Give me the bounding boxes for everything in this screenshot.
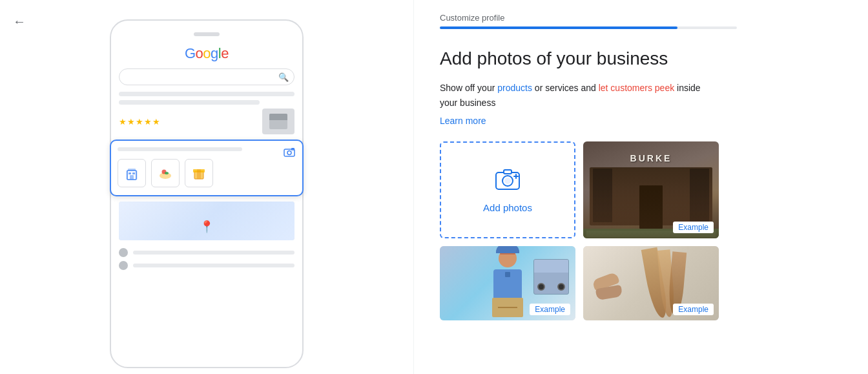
photo-card: + xyxy=(110,140,303,196)
svg-rect-21 xyxy=(504,170,512,174)
desc-or: or services and xyxy=(532,83,599,93)
desc-your-business: your business xyxy=(440,98,495,108)
example-badge-delivery: Example xyxy=(530,304,570,315)
info-row-clock xyxy=(119,248,294,257)
add-photos-label: Add photos xyxy=(483,202,532,213)
svg-rect-7 xyxy=(130,175,134,180)
info-line xyxy=(133,251,294,255)
back-button[interactable]: ← xyxy=(13,14,26,29)
svg-point-1 xyxy=(287,151,291,155)
info-row-phone xyxy=(119,261,294,270)
card-top-line xyxy=(118,147,242,151)
left-panel: ← Google 🔍 ★★★★★ xyxy=(0,0,413,374)
desc-products: products xyxy=(497,83,532,93)
camera-add-icon xyxy=(495,167,521,196)
example-burke-image: Example xyxy=(583,141,719,238)
phone-map: 📍 xyxy=(119,202,294,240)
phone-content-lines xyxy=(119,92,294,109)
store-icon xyxy=(262,109,294,134)
desc-show: Show off your xyxy=(440,83,497,93)
phone-info-rows xyxy=(119,245,294,273)
example-delivery-image: Example xyxy=(440,246,575,320)
clock-icon xyxy=(119,248,128,257)
svg-rect-8 xyxy=(129,172,131,174)
store-shape xyxy=(269,114,287,129)
card-add-icon: + xyxy=(283,146,296,162)
example-hair-image: Example xyxy=(583,246,719,320)
example-badge-burke: Example xyxy=(673,222,714,233)
card-icon-food xyxy=(151,159,180,187)
info-line xyxy=(133,264,294,267)
phone-search-bar: 🔍 xyxy=(119,68,294,85)
example-badge-hair: Example xyxy=(673,304,714,315)
stars-row: ★★★★★ xyxy=(119,109,294,134)
progress-bar-fill xyxy=(440,26,677,29)
desc-inside: inside xyxy=(674,83,700,93)
progress-bar-container xyxy=(440,26,737,29)
card-icon-business xyxy=(118,159,146,187)
customize-profile-label: Customize profile xyxy=(440,13,842,23)
description-text: Show off your products or services and l… xyxy=(440,81,737,110)
phone-mockup: Google 🔍 ★★★★★ xyxy=(110,19,304,368)
svg-point-20 xyxy=(504,178,511,184)
google-logo: Google xyxy=(185,45,229,62)
store-awning xyxy=(269,114,287,120)
phone-speaker xyxy=(194,32,220,36)
page-title: Add photos of your business xyxy=(440,47,842,70)
learn-more-link[interactable]: Learn more xyxy=(440,116,486,126)
photo-grid: Add photos Example xyxy=(440,141,842,320)
svg-rect-9 xyxy=(132,172,135,174)
phone-icon xyxy=(119,261,128,270)
svg-rect-17 xyxy=(197,169,201,179)
svg-point-13 xyxy=(165,172,169,174)
right-panel: Customize profile Add photos of your bus… xyxy=(413,0,868,374)
stars: ★★★★★ xyxy=(119,117,161,127)
content-line xyxy=(119,100,260,105)
phone-bottom: 📍 xyxy=(119,202,294,273)
add-photos-button[interactable]: Add photos xyxy=(440,141,575,238)
desc-let: let customers peek xyxy=(599,83,675,93)
search-icon: 🔍 xyxy=(278,72,289,82)
content-line xyxy=(119,92,294,96)
card-icon-package xyxy=(185,159,213,187)
card-icons-row xyxy=(118,159,295,187)
